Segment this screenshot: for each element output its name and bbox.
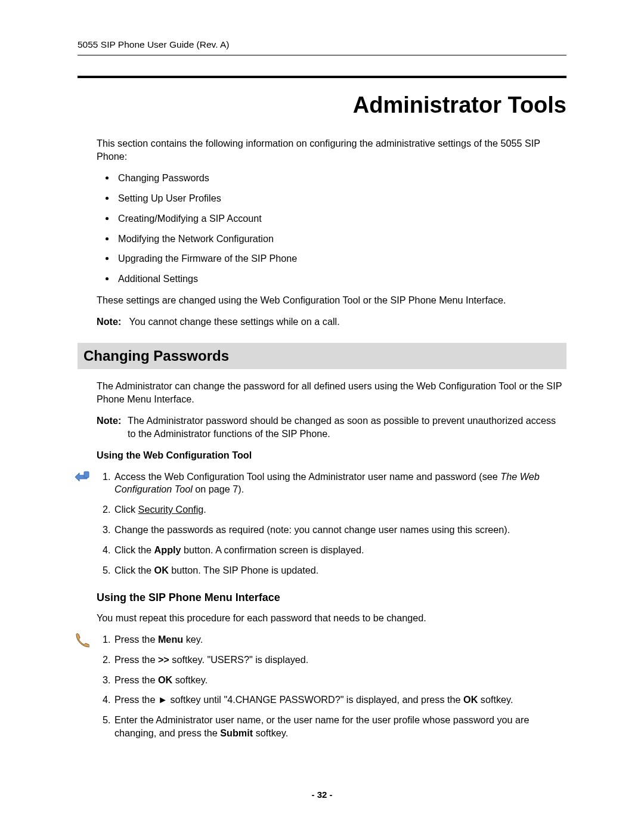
web-tool-icon bbox=[74, 469, 89, 485]
intro-paragraph-2: These settings are changed using the Web… bbox=[97, 294, 566, 307]
step-text: key. bbox=[183, 634, 203, 645]
step-key-name: Submit bbox=[220, 727, 253, 738]
section-body: The Administrator can change the passwor… bbox=[97, 380, 566, 740]
procedure-intro: You must repeat this procedure for each … bbox=[97, 612, 566, 625]
step-item: Change the passwords as required (note: … bbox=[113, 524, 566, 537]
note-label: Note: bbox=[97, 414, 128, 441]
step-text: softkey. "USERS?" is displayed. bbox=[169, 654, 308, 665]
note-text bbox=[124, 316, 129, 327]
procedure-phone: Press the Menu key. Press the >> softkey… bbox=[97, 633, 566, 740]
chapter-title: Administrator Tools bbox=[78, 90, 566, 120]
list-item: Modifying the Network Configuration bbox=[116, 233, 566, 246]
note-text: The Administrator password should be cha… bbox=[128, 414, 566, 441]
section-note: Note: The Administrator password should … bbox=[97, 414, 566, 441]
step-item: Click the OK button. The SIP Phone is up… bbox=[113, 564, 566, 577]
step-text: button. A confirmation screen is display… bbox=[181, 544, 364, 555]
step-text: Enter the Administrator user name, or th… bbox=[114, 714, 530, 738]
step-item: Click the Apply button. A confirmation s… bbox=[113, 544, 566, 557]
step-item: Press the ► softkey until "4.CHANGE PASS… bbox=[113, 693, 566, 707]
step-item: Press the >> softkey. "USERS?" is displa… bbox=[113, 654, 566, 667]
phone-steps-list: Press the Menu key. Press the >> softkey… bbox=[97, 633, 566, 740]
note-text: You cannot change these settings while o… bbox=[129, 316, 340, 327]
step-text: softkey. bbox=[172, 674, 208, 685]
web-steps-list: Access the Web Configuration Tool using … bbox=[97, 470, 566, 577]
page-number: - 32 - bbox=[0, 789, 644, 801]
step-item: Enter the Administrator user name, or th… bbox=[113, 714, 566, 740]
step-text: softkey until "4.CHANGE PASSWORD?" is di… bbox=[168, 694, 463, 705]
intro-paragraph: This section contains the following info… bbox=[97, 137, 566, 163]
step-key-name: OK bbox=[463, 694, 478, 705]
step-text: Press the bbox=[114, 674, 158, 685]
step-text: Access the Web Configuration Tool using … bbox=[114, 471, 500, 482]
step-text: Click the bbox=[114, 565, 154, 575]
procedure-web: Access the Web Configuration Tool using … bbox=[97, 470, 566, 577]
list-item: Upgrading the Firmware of the SIP Phone bbox=[116, 252, 566, 265]
procedure-heading-web: Using the Web Configuration Tool bbox=[97, 449, 566, 462]
step-text: softkey. bbox=[478, 694, 513, 705]
list-item: Changing Passwords bbox=[116, 172, 566, 185]
step-item: Press the Menu key. bbox=[113, 633, 566, 646]
step-text: Click bbox=[114, 504, 138, 515]
page: 5055 SIP Phone User Guide (Rev. A) Admin… bbox=[0, 0, 644, 833]
list-item: Additional Settings bbox=[116, 272, 566, 286]
step-text: Press the bbox=[114, 694, 158, 705]
step-text: Click the bbox=[114, 544, 154, 555]
step-item: Press the OK softkey. bbox=[113, 674, 566, 687]
step-text: Press the bbox=[114, 634, 158, 645]
list-item: Setting Up User Profiles bbox=[116, 192, 566, 205]
intro-note: Note: You cannot change these settings w… bbox=[97, 315, 566, 329]
step-key-name: Menu bbox=[158, 634, 183, 645]
note-label: Note: bbox=[97, 316, 121, 327]
intro-block: This section contains the following info… bbox=[97, 137, 566, 329]
step-button-name: Apply bbox=[154, 544, 181, 555]
topic-list: Changing Passwords Setting Up User Profi… bbox=[97, 172, 566, 286]
step-symbol: ► bbox=[158, 694, 168, 705]
list-item: Creating/Modifying a SIP Account bbox=[116, 212, 566, 225]
svg-rect-1 bbox=[84, 472, 89, 478]
step-link: Security Config bbox=[138, 504, 204, 515]
phone-menu-icon bbox=[74, 632, 89, 648]
step-item: Click Security Config. bbox=[113, 503, 566, 516]
section-paragraph: The Administrator can change the passwor… bbox=[97, 380, 566, 406]
step-key-name: >> bbox=[158, 654, 169, 665]
step-text: softkey. bbox=[253, 727, 288, 738]
running-header: 5055 SIP Phone User Guide (Rev. A) bbox=[78, 39, 566, 55]
step-text: . bbox=[203, 504, 206, 515]
procedure-heading-phone: Using the SIP Phone Menu Interface bbox=[97, 590, 566, 605]
step-text: button. The SIP Phone is updated. bbox=[169, 565, 318, 575]
step-text: Press the bbox=[114, 654, 158, 665]
chapter-rule bbox=[78, 76, 566, 78]
section-heading: Changing Passwords bbox=[78, 343, 566, 369]
step-button-name: OK bbox=[154, 565, 169, 575]
step-item: Access the Web Configuration Tool using … bbox=[113, 470, 566, 497]
step-text: on page 7). bbox=[193, 484, 244, 494]
step-key-name: OK bbox=[158, 674, 172, 685]
